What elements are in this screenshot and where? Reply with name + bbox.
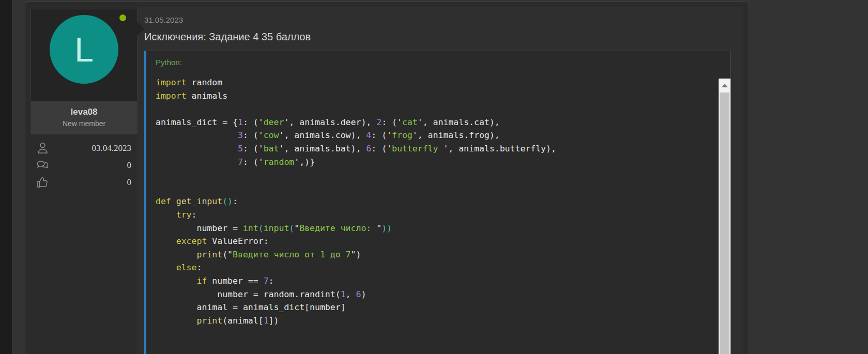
messages-count: 0 xyxy=(50,160,131,171)
avatar[interactable]: L xyxy=(50,15,118,84)
likes-count: 0 xyxy=(50,177,131,188)
online-indicator-icon xyxy=(119,14,126,21)
code-language-label: Python: xyxy=(146,51,730,72)
code-line: 5: ('bat', animals.bat), 6: ('butterfly … xyxy=(156,142,715,156)
code-line: number = int(input("Введите число: ")) xyxy=(156,222,715,235)
code-line: number = random.randint(1, 6) xyxy=(156,288,715,301)
post-title: Исключения: Задание 4 35 баллов xyxy=(144,31,731,43)
code-line: animal = animals_dict[number] xyxy=(156,301,715,314)
code-line xyxy=(156,182,715,195)
user-info-strip: leva08 New member xyxy=(31,101,138,134)
code-line: import random xyxy=(156,76,715,89)
code-line: 3: ('cow', animals.cow), 4: ('frog', ani… xyxy=(156,129,715,142)
username-link[interactable]: leva08 xyxy=(33,107,135,117)
code-line: 7: ('random',)} xyxy=(156,156,715,169)
code-line: else: xyxy=(156,261,715,274)
joined-date: 03.04.2023 xyxy=(50,143,131,153)
code-line: except ValueError: xyxy=(156,235,715,248)
user-title: New member xyxy=(33,119,135,128)
code-line: animals_dict = {1: ('deer', animals.deer… xyxy=(156,116,715,129)
stat-row-joined: 03.04.2023 xyxy=(31,140,138,157)
messages-icon xyxy=(36,158,50,172)
post-user-cell: L leva08 New member 03.04.2023 xyxy=(31,7,138,354)
code-line xyxy=(156,102,715,116)
scrollbar-up-button[interactable] xyxy=(719,79,730,93)
code-line: print("Введите число от 1 до 7") xyxy=(156,248,715,261)
forum-page: L leva08 New member 03.04.2023 xyxy=(12,0,868,354)
stat-row-likes: 0 xyxy=(31,174,138,191)
code-line: import animals xyxy=(156,89,715,103)
code-lines: import randomimport animals animals_dict… xyxy=(146,72,730,327)
post-body-cell: 31.05.2023 Исключения: Задание 4 35 балл… xyxy=(138,7,743,354)
likes-icon xyxy=(36,175,50,189)
avatar-box: L xyxy=(31,9,138,101)
user-stats: 03.04.2023 0 xyxy=(31,140,138,191)
code-scrollbar[interactable] xyxy=(719,79,730,354)
scrollbar-thumb[interactable] xyxy=(720,93,729,354)
arrow-up-icon xyxy=(722,84,728,87)
code-line: print(animal[1]) xyxy=(156,314,715,328)
code-block: Python: import randomimport animals anim… xyxy=(144,51,731,354)
user-icon xyxy=(36,141,50,155)
code-line: def get_input(): xyxy=(156,195,715,208)
code-line: try: xyxy=(156,208,715,222)
post-date[interactable]: 31.05.2023 xyxy=(144,16,731,24)
forum-post: L leva08 New member 03.04.2023 xyxy=(25,2,749,354)
code-line: if number == 7: xyxy=(156,274,715,288)
stat-row-messages: 0 xyxy=(31,157,138,174)
avatar-letter: L xyxy=(74,33,94,67)
code-line xyxy=(156,168,715,182)
